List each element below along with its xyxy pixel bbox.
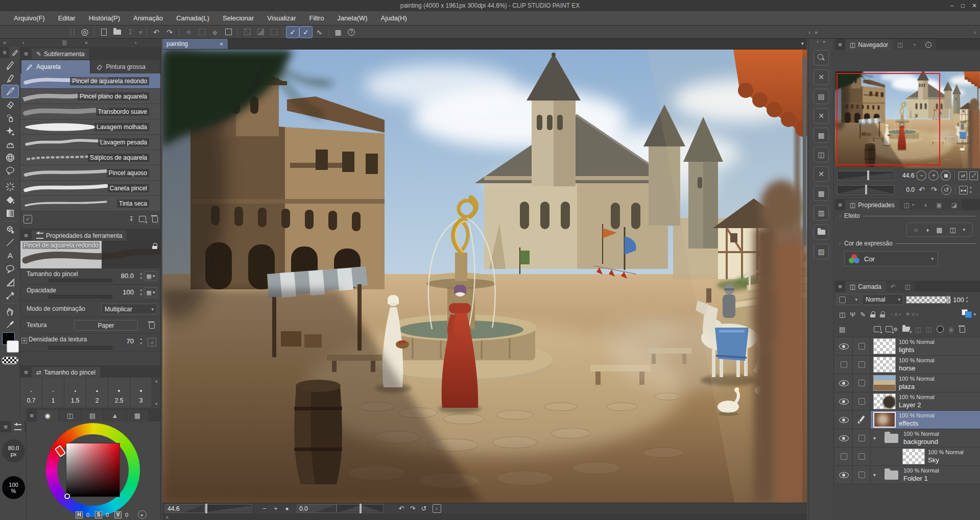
menu-visualizar[interactable]: Visualizar [260, 14, 302, 22]
remove-texture-icon[interactable] [148, 321, 154, 329]
tone-effect-icon[interactable]: ◑ [925, 226, 929, 234]
save-icon[interactable]: ↧ [124, 27, 136, 38]
layer-property-menu-icon[interactable]: ≡ [835, 201, 845, 210]
nav-reset-all-icon[interactable]: ▾▾ [970, 186, 972, 194]
layer-visibility-toggle[interactable] [835, 448, 853, 465]
draft-layer-icon[interactable]: ✎ [860, 311, 866, 318]
create-mask-icon[interactable] [937, 326, 944, 333]
layer-check[interactable] [853, 356, 871, 374]
collapse-left-icon[interactable]: ‹ [22, 39, 25, 45]
layer-thumbnail[interactable] [873, 412, 896, 428]
layer-thumbnail[interactable] [873, 357, 896, 373]
nav-rotate-left-icon[interactable]: ↶ [917, 185, 927, 195]
navigator-zoom-value[interactable]: 44.6 [896, 172, 915, 179]
tool-object[interactable] [2, 223, 18, 235]
layer-check[interactable] [853, 448, 871, 465]
navigator-menu-icon[interactable]: ≡ [835, 41, 845, 50]
tool-fill[interactable] [2, 194, 18, 206]
dock-collapse-left-icon[interactable]: ‹ [808, 29, 810, 35]
layer-opacity-value[interactable]: 100 [953, 296, 964, 304]
dock-chev-right-icon[interactable]: » [823, 39, 826, 46]
lock-icon[interactable] [152, 243, 157, 249]
navigator-zoom-slider[interactable] [837, 171, 894, 180]
tool-lasso-select[interactable] [2, 165, 18, 177]
tool-eyedropper[interactable] [2, 318, 18, 331]
tool-pen[interactable] [2, 59, 18, 71]
navigator-rotation-value[interactable]: 0.0 [896, 186, 915, 193]
zoom-in-icon[interactable]: + [270, 505, 281, 512]
material-dock-icon-4[interactable]: ▦ [814, 128, 829, 143]
collapse-status-icon[interactable]: ‹ [433, 504, 441, 513]
sv-marker[interactable] [64, 493, 70, 499]
subview-tab[interactable]: ◫ [893, 39, 907, 50]
lock-transparent-pixels-icon[interactable] [880, 311, 885, 317]
layer-check[interactable] [853, 392, 871, 410]
ruler-range-icon[interactable]: ⚑✕▾ [905, 311, 918, 318]
layer-row-plaza[interactable]: 100 % Normalplaza [835, 374, 980, 392]
nav-reset-rotation-icon[interactable]: ↺ [941, 185, 951, 195]
nav-zoom-in-icon[interactable]: + [928, 170, 939, 181]
grid-view-icon[interactable]: ▦ [332, 27, 344, 38]
new-raster-layer-icon[interactable] [874, 326, 881, 332]
delete-layer-icon[interactable] [959, 326, 965, 333]
opacity-value[interactable]: 100 [111, 288, 134, 296]
layer-visibility-toggle[interactable] [835, 466, 853, 484]
layer-opacity-spinner[interactable]: ▴▾ [966, 295, 968, 304]
brush-size-tab[interactable]: ⇄ Tamanho do pincel [32, 367, 100, 378]
material-dock-icon-10[interactable]: ▨ [814, 244, 829, 259]
layer-thumbnail[interactable] [873, 375, 896, 391]
layer-visibility-toggle[interactable] [835, 337, 853, 355]
density-effect-icon[interactable]: ⊿ [148, 338, 156, 346]
folder-expand-icon[interactable]: ▾ [873, 472, 879, 478]
tool-eraser[interactable] [2, 98, 18, 111]
layer-reflect-icon[interactable]: ◫ [949, 226, 955, 234]
layer-panel-menu-icon[interactable]: ≡ [835, 283, 845, 292]
layer-thumbnail[interactable] [873, 393, 896, 409]
new-layer-settings-icon[interactable]: ⚙ [886, 326, 898, 332]
size-preset[interactable]: 2 [86, 378, 108, 407]
size-preset[interactable]: 1 [42, 378, 64, 407]
color-mode-toggle-icon[interactable]: ▸ [138, 510, 147, 519]
clip-to-layer-below-icon[interactable]: ◫ [839, 311, 845, 318]
brush-size-menu-icon[interactable]: ≡ [20, 368, 32, 378]
navigator-view-frame[interactable] [836, 73, 940, 165]
size-preset[interactable]: 0.7 [20, 378, 42, 407]
brush-item[interactable]: Transbordo suave [20, 104, 160, 119]
snap-ruler-icon[interactable]: ✓ [286, 27, 299, 38]
collapse-all-left-icon[interactable]: « [3, 39, 6, 45]
fit-to-screen-icon[interactable]: ■ [281, 506, 293, 511]
tone-tab[interactable]: ◑ [919, 200, 931, 210]
tool-text[interactable]: A [2, 250, 18, 262]
tool-airbrush[interactable] [2, 112, 18, 124]
nav-100-view-icon[interactable]: ⤢ [969, 171, 978, 180]
open-file-icon[interactable] [111, 27, 123, 38]
lock-layer-icon[interactable] [870, 311, 875, 317]
color-panel-menu-icon[interactable]: ≡ [27, 412, 37, 422]
tool-pencil[interactable] [2, 72, 18, 84]
quick-panel-menu-icon[interactable]: ≡ [0, 423, 11, 432]
layer-panel-tab[interactable]: ◫ Camada [845, 281, 886, 292]
density-spinner[interactable]: ▴▾ [140, 336, 142, 345]
layer-row-folder1[interactable]: ▾ 100 % NormalFolder 1 [835, 466, 980, 484]
tool-decoration[interactable] [2, 125, 18, 137]
shrink-selection-icon[interactable] [254, 27, 267, 38]
transfer-to-layer-icon[interactable]: ◫ [915, 326, 921, 333]
quick-zoom-dock-icon[interactable] [814, 50, 829, 65]
size-preset[interactable]: 3 [130, 378, 152, 407]
redo-icon[interactable]: ↷ [163, 27, 176, 38]
layer-list-view-icon[interactable]: ▤ [839, 326, 845, 333]
tool-palette-tab[interactable] [9, 47, 20, 58]
clear-selection-icon[interactable]: ✳ [182, 27, 195, 38]
material-dock-icon-3[interactable]: ✕ [814, 108, 829, 123]
brush-size-dynamics-button[interactable]: ▦▾ [144, 271, 157, 281]
menu-selecionar[interactable]: Selecionar [216, 14, 260, 22]
close-tab-icon[interactable]: ✕ [220, 41, 224, 47]
brush-item[interactable]: Pincel de aquarela redondo [20, 73, 160, 89]
apply-mask-icon[interactable]: ◉ [948, 326, 954, 333]
new-folder-icon[interactable] [902, 327, 910, 332]
layer-row-background-folder[interactable]: ▾ 100 % Normalbackground [835, 429, 980, 448]
expand-density-icon[interactable]: + [21, 338, 27, 343]
material-dock-icon-7[interactable]: ▩ [814, 186, 829, 201]
zoom-out-icon[interactable]: − [259, 505, 270, 512]
texture-select-button[interactable]: Paper [74, 320, 138, 331]
